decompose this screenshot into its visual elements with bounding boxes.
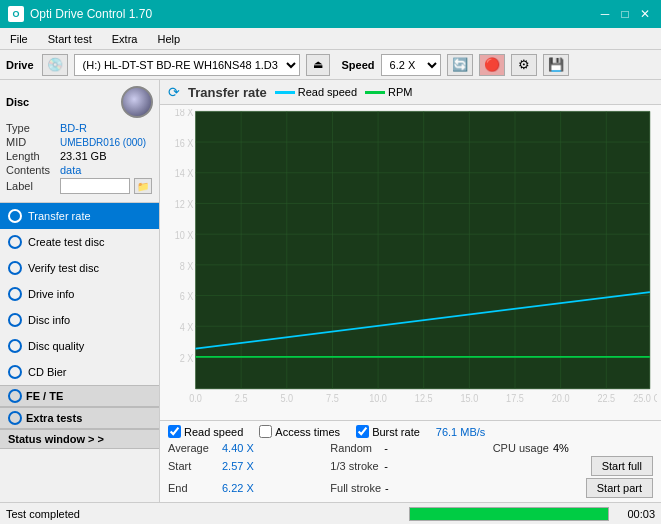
checkbox-read-speed[interactable]: Read speed	[168, 425, 243, 438]
checkbox-label-read-speed: Read speed	[184, 426, 243, 438]
save-button[interactable]: 💾	[543, 54, 569, 76]
disc-header: Disc	[6, 86, 153, 118]
nav-drive-info[interactable]: Drive info	[0, 281, 159, 307]
checkbox-input-burst-rate[interactable]	[356, 425, 369, 438]
start-value: 2.57 X	[222, 460, 262, 472]
svg-text:18 X: 18 X	[175, 109, 194, 118]
nav-transfer-rate[interactable]: Transfer rate	[0, 203, 159, 229]
nav-label-drive-info: Drive info	[28, 288, 74, 300]
svg-text:15.0: 15.0	[460, 392, 478, 404]
menu-start-test[interactable]: Start test	[44, 32, 96, 46]
menu-file[interactable]: File	[6, 32, 32, 46]
section-header-fe-te[interactable]: FE / TE	[0, 385, 159, 407]
disc-type-row: Type BD-R	[6, 122, 153, 134]
checkbox-access-times[interactable]: Access times	[259, 425, 340, 438]
menu-bar: File Start test Extra Help	[0, 28, 661, 50]
close-button[interactable]: ✕	[637, 6, 653, 22]
nav-icon-disc-info	[8, 313, 22, 327]
contents-label: Contents	[6, 164, 56, 176]
label-browse-button[interactable]: 📁	[134, 178, 152, 194]
main-content: Disc Type BD-R MID UMEBDR016 (000) Lengt…	[0, 80, 661, 502]
section-header-status-window[interactable]: Status window > >	[0, 429, 159, 449]
nav-label-transfer-rate: Transfer rate	[28, 210, 91, 222]
nav-section: Transfer rate Create test disc Verify te…	[0, 203, 159, 502]
label-input[interactable]	[60, 178, 130, 194]
menu-extra[interactable]: Extra	[108, 32, 142, 46]
checkbox-input-access-times[interactable]	[259, 425, 272, 438]
minimize-button[interactable]: ─	[597, 6, 613, 22]
end-value: 6.22 X	[222, 482, 262, 494]
svg-text:2 X: 2 X	[180, 352, 194, 364]
chart-svg-container: 18 X 16 X 14 X 12 X 10 X 8 X 6 X 4 X 2 X…	[160, 105, 661, 420]
svg-text:22.5: 22.5	[597, 392, 615, 404]
progress-bar	[409, 507, 609, 521]
length-value: 23.31 GB	[60, 150, 106, 162]
drive-select[interactable]: (H:) HL-DT-ST BD-RE WH16NS48 1.D3	[74, 54, 300, 76]
start-label: Start	[168, 460, 218, 472]
svg-text:20.0: 20.0	[552, 392, 570, 404]
start-full-button[interactable]: Start full	[591, 456, 653, 476]
random-label: Random	[330, 442, 380, 454]
chart-legend: Read speed RPM	[275, 86, 413, 98]
nav-icon-create-test-disc	[8, 235, 22, 249]
svg-text:10.0: 10.0	[369, 392, 387, 404]
section-label-fe-te: FE / TE	[26, 390, 63, 402]
svg-text:4 X: 4 X	[180, 321, 194, 333]
end-label: End	[168, 482, 218, 494]
start-full-container: Start full	[493, 456, 653, 476]
stats-start-row: Start 2.57 X	[168, 456, 328, 476]
nav-icon-cd-bier	[8, 365, 22, 379]
menu-help[interactable]: Help	[153, 32, 184, 46]
svg-text:14 X: 14 X	[175, 168, 194, 180]
chart-stats: Read speed Access times Burst rate 76.1 …	[160, 420, 661, 502]
disc-info-panel: Disc Type BD-R MID UMEBDR016 (000) Lengt…	[0, 80, 159, 203]
nav-create-test-disc[interactable]: Create test disc	[0, 229, 159, 255]
disc-fields: Type BD-R MID UMEBDR016 (000) Length 23.…	[6, 122, 153, 194]
chart-title: Transfer rate	[188, 85, 267, 100]
nav-icon-extra-tests	[8, 411, 22, 425]
nav-verify-test-disc[interactable]: Verify test disc	[0, 255, 159, 281]
stats-average-row: Average 4.40 X	[168, 442, 328, 454]
chart-header: ⟳ Transfer rate Read speed RPM	[160, 80, 661, 105]
nav-disc-info[interactable]: Disc info	[0, 307, 159, 333]
nav-icon-fe-te	[8, 389, 22, 403]
eject-button[interactable]: ⏏	[306, 54, 330, 76]
random-value: -	[384, 442, 424, 454]
svg-text:12 X: 12 X	[175, 199, 194, 211]
svg-text:16 X: 16 X	[175, 137, 194, 149]
chart-area: ⟳ Transfer rate Read speed RPM	[160, 80, 661, 502]
settings-button[interactable]: ⚙	[511, 54, 537, 76]
stats-data-grid: Average 4.40 X Random - CPU usage 4% Sta…	[168, 442, 653, 498]
disc-mid-row: MID UMEBDR016 (000)	[6, 136, 153, 148]
start-part-container: Start part	[493, 478, 653, 498]
svg-text:12.5: 12.5	[415, 392, 433, 404]
average-value: 4.40 X	[222, 442, 262, 454]
legend-label-rpm: RPM	[388, 86, 412, 98]
burst-rate-value: 76.1 MB/s	[436, 426, 486, 438]
nav-cd-bier[interactable]: CD Bier	[0, 359, 159, 385]
nav-label-verify-test-disc: Verify test disc	[28, 262, 99, 274]
title-bar: O Opti Drive Control 1.70 ─ □ ✕	[0, 0, 661, 28]
checkbox-burst-rate[interactable]: Burst rate	[356, 425, 420, 438]
checkbox-input-read-speed[interactable]	[168, 425, 181, 438]
mid-label: MID	[6, 136, 56, 148]
type-value: BD-R	[60, 122, 87, 134]
maximize-button[interactable]: □	[617, 6, 633, 22]
nav-icon-verify-test-disc	[8, 261, 22, 275]
disc-button[interactable]: 🔴	[479, 54, 505, 76]
nav-disc-quality[interactable]: Disc quality	[0, 333, 159, 359]
window-controls: ─ □ ✕	[597, 6, 653, 22]
svg-text:10 X: 10 X	[175, 229, 194, 241]
app-title: Opti Drive Control 1.70	[30, 7, 152, 21]
speed-select[interactable]: 6.2 X	[381, 54, 441, 76]
start-part-button[interactable]: Start part	[586, 478, 653, 498]
svg-text:17.5: 17.5	[506, 392, 524, 404]
mid-value: UMEBDR016 (000)	[60, 137, 146, 148]
section-header-extra-tests[interactable]: Extra tests	[0, 407, 159, 429]
nav-icon-drive-info	[8, 287, 22, 301]
drive-icon-button[interactable]: 💿	[42, 54, 68, 76]
refresh-button[interactable]: 🔄	[447, 54, 473, 76]
svg-text:2.5: 2.5	[235, 392, 248, 404]
legend-read-speed: Read speed	[275, 86, 357, 98]
disc-length-row: Length 23.31 GB	[6, 150, 153, 162]
